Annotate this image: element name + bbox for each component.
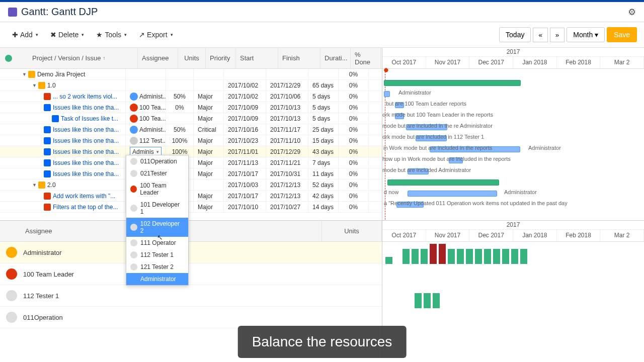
task-row[interactable]: Issues like this one tha...112 Test...10… [0,135,382,146]
histo-bar [385,257,392,264]
dropdown-option[interactable]: 111 Operator [126,237,188,249]
prev-button[interactable]: « [533,28,547,42]
resource-row[interactable]: 011Operation [0,307,382,328]
dropdown-option[interactable]: 101 Developer 1 [126,199,188,218]
task-row[interactable]: Issues like this one tha...Major2017/11/… [0,157,382,168]
month-col: Feb 2018 [557,230,601,241]
task-row[interactable]: ▼Demo Jira Project0% [0,69,382,80]
col-tree[interactable]: Project / Version / Issue↑ [12,48,138,68]
bar-label: ork mode but 100 Team Leader in the repo… [382,112,493,118]
bar-label: mode but are included Administrator [382,167,471,173]
histo-bar [430,244,437,264]
task-row[interactable]: Issues like this one tha...Adminis▾100%M… [0,146,382,157]
histo-bar [457,249,464,264]
task-row[interactable]: Filters at the top of the...Major2017/10… [0,202,382,213]
delete-button[interactable]: ✖ Delete▾ [45,28,89,42]
col-assignee[interactable]: Assignee [138,48,178,68]
task-row[interactable]: Issues like this one tha...Major2017/10/… [0,168,382,179]
month-col: Nov 2017 [426,230,470,241]
histo-bar [412,249,419,264]
gantt-bar[interactable] [408,191,497,197]
histo-bar [424,293,431,308]
histo-bar [511,249,518,264]
dropdown-option[interactable]: 102 Developer 2 [126,218,188,237]
task-row[interactable]: Add work items with "...Major2017/10/172… [0,191,382,202]
gantt-icon [8,8,17,17]
task-row[interactable]: Issues like this one tha...Administ...50… [0,124,382,135]
month-col: Jan 2018 [513,57,557,68]
dropdown-option[interactable]: 112 Tester 1 [126,249,188,261]
year-label: 2017 [382,48,644,57]
histo-bar [403,249,410,264]
today-button[interactable]: Today [499,27,531,42]
page-title: Gantt: Gantt DJP [21,6,98,18]
histo-bar [475,249,482,264]
histo-bar [484,249,491,264]
col-units[interactable]: Units [178,48,206,68]
task-row[interactable]: Task of Issues like t...100 Tea...Major2… [0,113,382,124]
assignee-dropdown[interactable]: 011Operation021Tester100 Team Leader101 … [126,155,189,286]
gantt-bar[interactable] [384,91,390,97]
export-button[interactable]: ↗ Export▾ [134,28,178,42]
col-start[interactable]: Start [236,48,278,68]
bar-label: Administrator [398,89,431,96]
bar-label: a "Recently Updated 011 Operation work i… [384,200,568,206]
bar-label: how up in Work mode but are included in … [382,156,511,162]
gear-icon[interactable]: ⚙ [628,7,636,18]
col-done[interactable]: % Done [351,48,381,68]
zoom-button[interactable]: Month ▾ [567,27,605,42]
dropdown-option[interactable]: Administrator [126,273,188,285]
month-col: Nov 2017 [426,57,470,68]
res-col-units[interactable]: Units [322,221,382,241]
bar-label: ork mode but are included in 112 Tester … [382,134,484,140]
gantt-bar[interactable] [387,179,499,186]
add-button[interactable]: ✚ Add▾ [7,28,43,42]
dropdown-option[interactable]: 121 Tester 2 [126,261,188,273]
caption-overlay: Balance the resources [238,326,407,358]
task-row[interactable]: ... so 2 work items viol...Administ...50… [0,91,382,102]
gantt-timeline: 2017 Oct 2017Nov 2017Dec 2017Jan 2018Feb… [382,48,644,220]
year-label-2: 2017 [382,221,644,230]
month-col: Mar 2 [600,57,644,68]
col-priority[interactable]: Priority [206,48,236,68]
month-col: Feb 2018 [557,57,601,68]
month-col: Oct 2017 [382,57,426,68]
histo-bar [466,249,473,264]
histo-bar [433,293,440,308]
status-icon [5,55,12,62]
page-header: Gantt: Gantt DJP ⚙ [0,2,644,22]
histo-bar [493,249,500,264]
histo-bar [520,249,527,264]
resource-row[interactable]: 100 Team Leader [0,263,382,285]
tools-button[interactable]: ★ Tools▾ [91,28,132,42]
histo-bar [415,293,422,308]
task-row[interactable]: ▼1.02017/10/022017/12/2965 days0% [0,80,382,91]
histo-bar [421,249,428,264]
dropdown-option[interactable]: 011Operation [126,155,188,167]
task-grid: Project / Version / Issue↑ Assignee Unit… [0,48,382,220]
col-finish[interactable]: Finish [278,48,320,68]
task-row[interactable]: Issues like this one tha...100 Tea...0%M… [0,102,382,113]
bar-label: mode but are included in the re Administ… [382,123,493,129]
bar-label: d now [384,189,398,195]
dropdown-option[interactable]: 021Tester [126,167,188,179]
task-row[interactable]: ▼2.02017/10/032017/12/1352 days0% [0,179,382,191]
save-button[interactable]: Save [607,27,637,42]
toolbar: ✚ Add▾ ✖ Delete▾ ★ Tools▾ ↗ Export▾ Toda… [0,22,644,47]
bar-label: but are 100 Team Leader reports [386,101,466,107]
resource-row[interactable]: 112 Tester 1 [0,285,382,307]
histo-bar [448,249,455,264]
dropdown-option[interactable]: 100 Team Leader [126,179,188,199]
month-col: Jan 2018 [513,230,557,241]
gantt-bar[interactable] [384,80,521,86]
month-col: Dec 2017 [469,57,513,68]
bar-label: Administrator [504,189,537,195]
resource-row[interactable]: Administrator [0,242,382,263]
col-duration[interactable]: Durati... [320,48,351,68]
month-col: Dec 2017 [469,230,513,241]
month-col: Mar 2 [600,230,644,241]
histo-bar [502,249,509,264]
histo-bar [439,244,446,264]
next-button[interactable]: » [550,28,565,42]
resource-histogram: 2017 Oct 2017Nov 2017Dec 2017Jan 2018Feb… [382,221,644,358]
